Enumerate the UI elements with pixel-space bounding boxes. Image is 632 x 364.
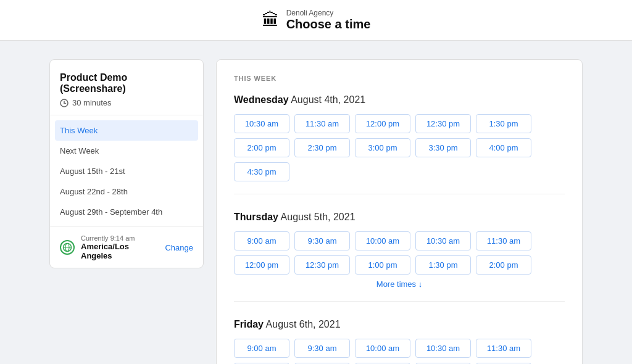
week-item-aug22-28[interactable]: August 22nd - 28th (50, 181, 203, 202)
header-text: Denoli Agency Choose a time (286, 9, 371, 31)
time-slot[interactable]: 12:00 pm (355, 114, 410, 133)
time-slot[interactable]: 12:30 pm (415, 114, 471, 133)
week-list: This WeekNext WeekAugust 15th - 21stAugu… (50, 115, 203, 226)
time-slot[interactable]: 4:00 pm (476, 138, 531, 157)
company-name: Denoli Agency (286, 9, 371, 17)
week-item-next-week[interactable]: Next Week (50, 141, 203, 161)
time-slot[interactable]: 9:00 am (234, 339, 289, 358)
time-slot[interactable]: 11:30 am (476, 339, 531, 358)
clock-icon (60, 99, 69, 107)
time-slot[interactable]: 10:00 am (355, 339, 410, 358)
day-name: Friday (234, 319, 264, 329)
more-times-link[interactable]: More times ↓ (234, 279, 565, 289)
time-slot[interactable]: 9:00 am (234, 231, 289, 250)
day-section-0: Wednesday August 4th, 202110:30 am11:30 … (234, 94, 565, 194)
time-slot[interactable]: 3:30 pm (415, 138, 471, 157)
timezone-time: Currently 9:14 am (81, 234, 159, 242)
day-date: August 6th, 2021 (266, 319, 341, 329)
change-timezone-button[interactable]: Change (165, 243, 193, 252)
time-slot[interactable]: 1:00 pm (355, 255, 410, 275)
timezone-name: America/Los Angeles (81, 242, 159, 260)
time-slot[interactable]: 12:00 pm (234, 255, 289, 275)
time-slot[interactable]: 11:30 am (476, 231, 531, 250)
time-slot[interactable]: 11:30 am (294, 114, 350, 133)
timezone-section: Currently 9:14 am America/Los Angeles Ch… (50, 226, 203, 268)
day-name: Thursday (234, 212, 278, 222)
time-slots: 10:30 am11:30 am12:00 pm12:30 pm1:30 pm2… (234, 114, 565, 181)
time-slot[interactable]: 2:00 pm (234, 138, 289, 157)
time-slot[interactable]: 2:00 pm (476, 255, 531, 275)
day-date: August 5th, 2021 (281, 212, 356, 222)
time-slot[interactable]: 10:30 am (415, 231, 471, 250)
main-content: Product Demo (Screenshare) 30 minutes Th… (0, 41, 632, 364)
week-item-aug15-21[interactable]: August 15th - 21st (50, 161, 203, 181)
day-name: Wednesday (234, 94, 289, 105)
time-slot[interactable]: 9:30 am (294, 339, 350, 358)
time-slot[interactable]: 1:30 pm (476, 114, 531, 133)
globe-icon (60, 240, 75, 255)
time-slots: 9:00 am9:30 am10:00 am10:30 am11:30 am12… (234, 339, 565, 364)
day-section-2: Friday August 6th, 20219:00 am9:30 am10:… (234, 319, 565, 364)
section-label: THIS WEEK (234, 75, 565, 82)
company-icon: 🏛 (262, 10, 279, 30)
time-slot[interactable]: 4:30 pm (234, 162, 289, 181)
page-header: 🏛 Denoli Agency Choose a time (0, 0, 632, 41)
meeting-title: Product Demo (Screenshare) (60, 72, 193, 94)
right-panel: THIS WEEK Wednesday August 4th, 202110:3… (216, 59, 583, 364)
timezone-info: Currently 9:14 am America/Los Angeles (81, 234, 159, 260)
day-divider (234, 301, 565, 302)
week-item-aug29-sep4[interactable]: August 29th - September 4th (50, 202, 203, 222)
day-date: August 4th, 2021 (291, 94, 365, 105)
time-slots: 9:00 am9:30 am10:00 am10:30 am11:30 am12… (234, 231, 565, 275)
time-slot[interactable]: 2:30 pm (294, 138, 350, 157)
day-header: Wednesday August 4th, 2021 (234, 94, 565, 105)
time-slot[interactable]: 10:30 am (415, 339, 471, 358)
time-slot[interactable]: 12:30 pm (294, 255, 350, 275)
time-slot[interactable]: 10:00 am (355, 231, 410, 250)
meeting-duration: 30 minutes (60, 98, 193, 107)
duration-text: 30 minutes (72, 98, 112, 107)
day-header: Thursday August 5th, 2021 (234, 212, 565, 223)
day-section-1: Thursday August 5th, 20219:00 am9:30 am1… (234, 212, 565, 302)
time-slot[interactable]: 1:30 pm (415, 255, 471, 275)
day-divider (234, 194, 565, 194)
days-container: Wednesday August 4th, 202110:30 am11:30 … (234, 94, 565, 364)
left-panel: Product Demo (Screenshare) 30 minutes Th… (49, 59, 204, 268)
week-item-this-week[interactable]: This Week (55, 120, 198, 141)
time-slot[interactable]: 9:30 am (294, 231, 350, 250)
meeting-info: Product Demo (Screenshare) 30 minutes (50, 60, 203, 115)
time-slot[interactable]: 10:30 am (234, 114, 289, 133)
time-slot[interactable]: 3:00 pm (355, 138, 410, 157)
day-header: Friday August 6th, 2021 (234, 319, 565, 330)
page-title: Choose a time (286, 17, 371, 31)
